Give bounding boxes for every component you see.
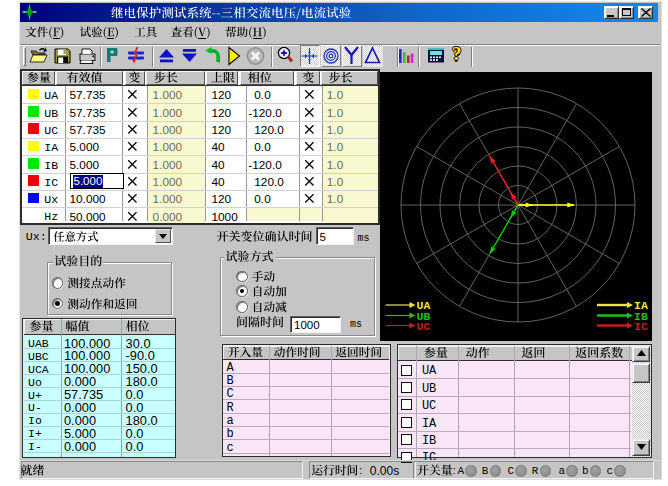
- svg-text:IC: IC: [634, 320, 648, 333]
- svg-text:UC: UC: [417, 320, 431, 333]
